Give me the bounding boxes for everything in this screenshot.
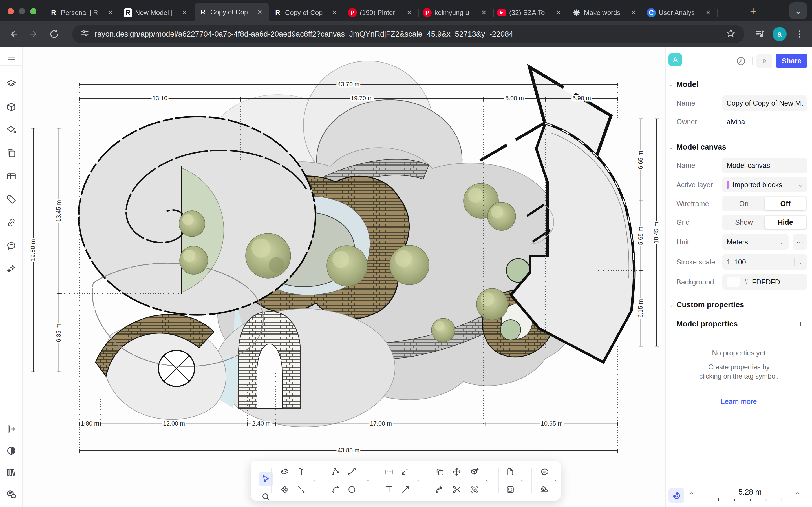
color-swatch[interactable] <box>726 277 740 287</box>
grid-toggle[interactable]: Show Hide <box>722 215 807 230</box>
tab-personal[interactable]: R Personal | R ✕ <box>45 4 120 21</box>
forward-button[interactable] <box>25 25 43 43</box>
traffic-light-minimize[interactable] <box>19 8 25 14</box>
unit-select[interactable]: Meters ⌄ <box>722 234 789 249</box>
fillet-tool[interactable] <box>433 482 447 497</box>
contrast-theme-icon[interactable] <box>6 445 17 456</box>
tab-new-model[interactable]: R New Model | ✕ <box>120 4 195 21</box>
plan-green-pool-small[interactable] <box>500 320 521 340</box>
grid-hide-option[interactable]: Hide <box>765 216 806 229</box>
tag-icon[interactable] <box>6 194 17 205</box>
export-panel-icon[interactable] <box>6 424 17 435</box>
tab-overflow-button[interactable]: ⌄ <box>789 2 808 19</box>
browser-avatar[interactable]: a <box>770 25 789 43</box>
chat-threads-icon[interactable] <box>6 489 17 500</box>
canvas-name-input[interactable]: Model canvas <box>722 158 807 173</box>
chevron-down-icon[interactable]: ⌄ <box>668 81 673 88</box>
traffic-light-close[interactable] <box>8 8 14 14</box>
close-icon[interactable]: ✕ <box>629 8 638 17</box>
comment-tool[interactable] <box>538 464 552 479</box>
tab-chatgpt[interactable]: ❋ Make words ✕ <box>568 4 643 21</box>
polyline-tool[interactable] <box>328 464 343 479</box>
chevron-up-icon[interactable]: ⌃ <box>687 491 696 500</box>
wall-tool[interactable] <box>277 464 292 479</box>
tab-youtube[interactable]: (32) SZA To ✕ <box>493 4 568 21</box>
circle-tool[interactable] <box>345 482 359 497</box>
box-3d-icon[interactable] <box>6 101 17 113</box>
text-tool[interactable] <box>382 482 396 497</box>
plan-crossed-circle[interactable] <box>158 350 195 386</box>
tab-pinterest-2[interactable]: P keimyung u ✕ <box>419 4 493 21</box>
line-tool[interactable] <box>345 464 359 479</box>
chevron-up-icon[interactable]: ⌃ <box>416 479 421 486</box>
model-name-input[interactable]: Copy of Copy of New M… <box>722 96 807 111</box>
table-icon[interactable] <box>6 171 17 182</box>
close-icon[interactable]: ✕ <box>180 8 189 17</box>
arc-tool[interactable] <box>328 482 343 497</box>
model-canvas[interactable]: 43.70 m 13.10 19.70 m 5.00 m 5.90 m 1.80… <box>23 47 665 507</box>
chevron-up-icon[interactable]: ⌃ <box>520 479 524 486</box>
close-icon[interactable]: ✕ <box>704 8 712 17</box>
workspace-avatar[interactable]: A <box>668 53 682 66</box>
close-icon[interactable]: ✕ <box>554 8 563 17</box>
fill-style-icon[interactable] <box>6 124 17 136</box>
dimension-tool[interactable] <box>382 464 396 479</box>
chevron-up-icon[interactable]: ⌃ <box>485 479 489 486</box>
tab-copy-active[interactable]: R Copy of Cop ✕ <box>195 3 269 21</box>
scale-indicator[interactable]: 5.28 m <box>718 488 782 497</box>
media-controls-icon[interactable] <box>751 25 769 43</box>
close-icon[interactable]: ✕ <box>255 8 264 16</box>
close-icon[interactable]: ✕ <box>479 8 488 17</box>
comment-icon[interactable] <box>6 240 17 251</box>
tab-user-analysis[interactable]: C User Analys ✕ <box>643 4 718 21</box>
cut-tool[interactable] <box>449 482 464 497</box>
site-settings-icon[interactable] <box>80 29 90 40</box>
close-icon[interactable]: ✕ <box>106 8 114 17</box>
sparkles-icon[interactable] <box>6 263 17 274</box>
selection-box-tool[interactable] <box>503 482 518 497</box>
file-tool[interactable] <box>503 464 518 479</box>
chevron-up-icon[interactable]: ⌃ <box>553 479 558 486</box>
plan-arch-opening[interactable] <box>257 344 282 409</box>
new-tab-button[interactable]: + <box>750 5 756 17</box>
move-tool[interactable] <box>449 464 464 479</box>
unit-more-button[interactable]: ··· <box>793 234 807 249</box>
chrome-menu-icon[interactable] <box>791 25 809 43</box>
layers-icon[interactable] <box>6 78 17 90</box>
add-property-button[interactable]: + <box>798 319 803 330</box>
chevron-down-icon[interactable]: ⌄ <box>668 144 673 151</box>
tab-copy-2[interactable]: R Copy of Cop ✕ <box>269 4 344 21</box>
url-bar[interactable]: rayon.design/app/model/a6227704-0a7c-4f8… <box>72 25 744 43</box>
copy-pages-icon[interactable] <box>6 148 17 159</box>
tiles-tool[interactable] <box>277 482 292 497</box>
bookmark-star-icon[interactable] <box>726 28 736 40</box>
door-tool[interactable] <box>294 464 309 479</box>
duplicate-tool[interactable] <box>433 464 447 479</box>
learn-more-link[interactable]: Learn more <box>666 397 812 406</box>
wireframe-on-option[interactable]: On <box>723 197 765 210</box>
close-icon[interactable]: ✕ <box>330 8 339 17</box>
back-button[interactable] <box>4 25 22 43</box>
leader-text-tool[interactable] <box>398 464 413 479</box>
add-block-tool[interactable] <box>467 464 482 479</box>
reload-button[interactable] <box>45 25 63 43</box>
share-button[interactable]: Share <box>776 54 808 68</box>
close-icon[interactable]: ✕ <box>405 8 413 17</box>
arrow-tool[interactable] <box>398 482 413 497</box>
menu-icon[interactable] <box>6 52 17 63</box>
measure-tool[interactable] <box>294 482 309 497</box>
snap-magnet-button[interactable] <box>668 488 684 503</box>
chevron-up-icon[interactable]: ⌃ <box>366 479 370 486</box>
chevron-up-icon[interactable]: ⌃ <box>793 491 802 500</box>
traffic-light-zoom[interactable] <box>30 8 36 14</box>
tape-measure-tool[interactable] <box>538 482 552 497</box>
wireframe-off-option[interactable]: Off <box>765 197 806 210</box>
background-color-input[interactable]: # FDFDFD <box>722 274 807 290</box>
chevron-up-icon[interactable]: ⌃ <box>312 479 317 486</box>
tab-pinterest-1[interactable]: P (190) Pinter ✕ <box>344 4 419 21</box>
active-layer-select[interactable]: Imported blocks ⌄ <box>722 177 807 192</box>
link-icon[interactable] <box>6 217 17 228</box>
history-clock-icon[interactable] <box>736 56 746 67</box>
play-button[interactable] <box>756 54 772 68</box>
grid-show-option[interactable]: Show <box>723 216 765 229</box>
